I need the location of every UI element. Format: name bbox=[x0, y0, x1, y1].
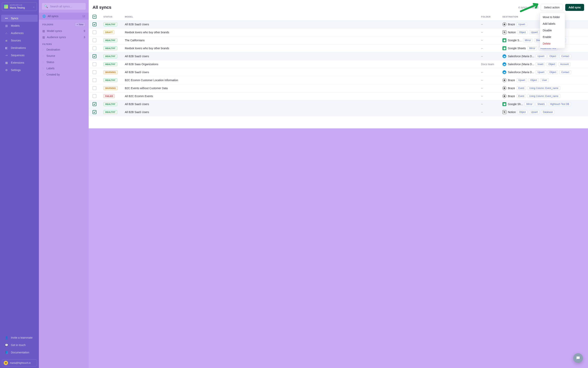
menu-item[interactable]: Move to folder bbox=[540, 14, 565, 20]
model-name: Reebok lovers who buy other brands bbox=[125, 31, 481, 34]
model-name: All B2B SaaS Users bbox=[125, 71, 481, 74]
status-badge: WARNING bbox=[103, 70, 118, 74]
row-checkbox[interactable] bbox=[93, 54, 97, 58]
tag: Using Column: Event_name bbox=[527, 86, 560, 90]
table-row[interactable]: HEALTHY The Californians -- ▦ Google S..… bbox=[89, 37, 588, 44]
destination-name: Google S... bbox=[508, 39, 522, 42]
table-row[interactable]: HEALTHY All B2B SaaS Users -- ▦ Google S… bbox=[89, 100, 588, 108]
row-checkbox[interactable] bbox=[93, 70, 97, 74]
row-checkbox[interactable] bbox=[93, 30, 97, 34]
destination-name: Braze bbox=[508, 23, 515, 26]
menu-item-delete[interactable]: Delete bbox=[540, 40, 565, 47]
nav-item-invite[interactable]: 👤Invite a teammate bbox=[1, 334, 38, 341]
all-syncs-label: All syncs bbox=[48, 15, 58, 18]
tag: Contact bbox=[559, 54, 571, 58]
all-syncs-row[interactable]: 🌐All syncs 12 bbox=[39, 13, 89, 20]
row-checkbox[interactable] bbox=[93, 94, 97, 98]
row-checkbox[interactable] bbox=[93, 78, 97, 82]
row-checkbox[interactable] bbox=[93, 62, 97, 66]
table-row[interactable]: HEALTHY All B2B SaaS Users -- ☁ Salesfor… bbox=[89, 52, 588, 60]
menu-item[interactable]: Add labels bbox=[540, 20, 565, 27]
destination-cell: N Notion Object Upsert Database bbox=[502, 110, 584, 114]
filter-item[interactable]: 〉Destination bbox=[39, 46, 89, 53]
nav-item-settings[interactable]: ⚙Settings bbox=[1, 66, 38, 74]
filter-item[interactable]: 〉Source bbox=[39, 53, 89, 59]
new-folder-button[interactable]: +New bbox=[75, 22, 85, 27]
chat-fab[interactable] bbox=[573, 353, 583, 363]
status-badge: HEALTHY bbox=[103, 22, 117, 26]
destination-cell: ▦ Google Sh... Mirror Sheet1 Hightouch T… bbox=[502, 102, 584, 106]
table-row[interactable]: HEALTHY All B2B SaaS Users -- N Notion O… bbox=[89, 108, 588, 116]
table-row[interactable]: HEALTHY Reebok lovers who buy other bran… bbox=[89, 44, 588, 52]
tag: Upsert bbox=[517, 22, 527, 26]
tag: Mirror bbox=[525, 102, 534, 106]
menu-item[interactable]: Enable bbox=[540, 34, 565, 40]
table-row[interactable]: HEALTHY All B2B SaaS Users -- ⊛ Braze Up… bbox=[89, 20, 588, 28]
nav-item-models[interactable]: ▥Models bbox=[1, 22, 38, 29]
folders-heading: FOLDERS bbox=[42, 23, 53, 26]
row-checkbox[interactable] bbox=[93, 46, 97, 50]
table-row[interactable]: HEALTHY B2C Ecomm Customer Location Info… bbox=[89, 76, 588, 84]
folder-item[interactable]: ▥Model syncs9 bbox=[39, 28, 89, 34]
filters-heading: FILTERS bbox=[42, 43, 52, 45]
tag: Object bbox=[548, 70, 558, 74]
destination-cell: ☁ Salesforce (Maria D... Insert Object A… bbox=[502, 62, 584, 66]
models-icon: ▥ bbox=[5, 24, 8, 27]
select-action-button[interactable]: Select action bbox=[541, 4, 563, 11]
salesforce-icon: ☁ bbox=[502, 54, 506, 58]
select-all-checkbox[interactable] bbox=[93, 15, 97, 19]
user-chip[interactable]: M maria@hightouch.io bbox=[2, 359, 37, 367]
chevron-right-icon: 〉 bbox=[42, 48, 45, 51]
destination-name: Notion bbox=[508, 31, 516, 34]
workspace-selector[interactable]: WORKSPACE Maria Testing ⌄ bbox=[2, 2, 37, 11]
destination-name: Salesforce (Maria D... bbox=[508, 55, 534, 58]
nav-item-sources[interactable]: ≣Sources bbox=[1, 37, 38, 44]
braze-icon: ⊛ bbox=[502, 94, 506, 98]
nav-item-audiences[interactable]: ⛬Audiences bbox=[1, 30, 38, 37]
tag: Account bbox=[558, 62, 570, 66]
extensions-icon: ▦ bbox=[5, 61, 8, 64]
nav-item-extensions[interactable]: ▦Extensions bbox=[1, 59, 38, 66]
row-checkbox[interactable] bbox=[93, 22, 97, 26]
nav-item-destinations[interactable]: ◧Destinations bbox=[1, 44, 38, 51]
filter-item[interactable]: 〉Created by bbox=[39, 71, 89, 78]
add-sync-button[interactable]: Add sync bbox=[565, 4, 584, 11]
chevron-right-icon: 〉 bbox=[42, 61, 45, 64]
filter-item[interactable]: 〉Status bbox=[39, 59, 89, 65]
chevron-right-icon: 〉 bbox=[42, 55, 45, 57]
chevron-right-icon: 〉 bbox=[42, 73, 45, 76]
table-row[interactable]: WARNING B2C Events without Customer Data… bbox=[89, 84, 588, 92]
destination-name: Notion bbox=[508, 110, 516, 114]
notion-icon: N bbox=[502, 110, 506, 114]
folder-item[interactable]: ▥Audience syncs3 bbox=[39, 34, 89, 40]
tag: User bbox=[540, 78, 549, 82]
table-row[interactable]: WARNING All B2B SaaS Users -- ☁ Salesfor… bbox=[89, 68, 588, 76]
menu-item[interactable]: Disable bbox=[540, 27, 565, 34]
model-name: All B2C Ecomm Events bbox=[125, 95, 481, 98]
table-row[interactable]: FAILED All B2C Ecomm Events -- ⊛ Braze E… bbox=[89, 92, 588, 100]
tag: Insert bbox=[536, 62, 545, 66]
nav-item-contact[interactable]: 💬Get in touch bbox=[1, 341, 38, 349]
row-checkbox[interactable] bbox=[93, 110, 97, 114]
nav-item-sequences[interactable]: ⇢Sequences bbox=[1, 52, 38, 59]
search-input[interactable] bbox=[50, 5, 84, 8]
filter-item[interactable]: 〉Labels bbox=[39, 65, 89, 71]
search-box[interactable]: 🔍 bbox=[42, 3, 86, 10]
table-row[interactable]: HEALTHY All B2B Saas Organizations Docs … bbox=[89, 60, 588, 68]
table-row[interactable]: DRAFT Reebok lovers who buy other brands… bbox=[89, 28, 588, 37]
row-checkbox[interactable] bbox=[93, 86, 97, 90]
folder-cell: -- bbox=[481, 87, 502, 90]
tag: Event bbox=[517, 94, 526, 98]
status-badge: HEALTHY bbox=[103, 62, 117, 66]
status-badge: HEALTHY bbox=[103, 102, 117, 106]
row-checkbox[interactable] bbox=[93, 102, 97, 106]
row-checkbox[interactable] bbox=[93, 38, 97, 42]
nav-item-syncs[interactable]: •••Syncs bbox=[1, 15, 38, 22]
folder-icon: ▥ bbox=[42, 36, 45, 39]
destination-name: Salesforce (Maria D... bbox=[508, 71, 534, 74]
google-sheets-icon: ▦ bbox=[502, 46, 506, 50]
destination-cell: ⊛ Braze Event Using Column: Event_name bbox=[502, 94, 584, 98]
braze-icon: ⊛ bbox=[502, 22, 506, 26]
tag: Upsert bbox=[536, 54, 546, 58]
nav-item-docs[interactable]: 📘Documentation bbox=[1, 349, 38, 356]
